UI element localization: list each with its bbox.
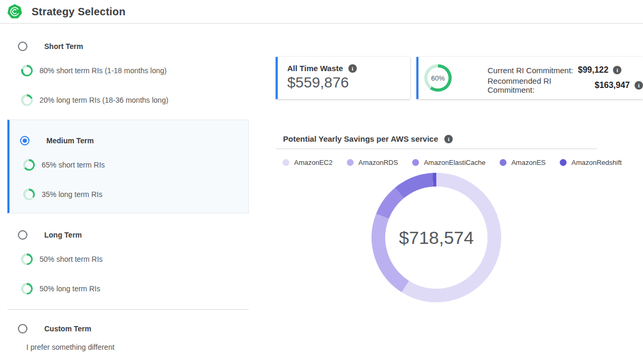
- info-icon[interactable]: i: [635, 81, 643, 90]
- allocation-row: 65% short term RIs: [23, 159, 105, 171]
- strategy-label: Medium Term: [37, 136, 94, 145]
- legend-label: AmazonElastiCache: [424, 159, 485, 166]
- allocation-label: 35% long term RIs: [42, 190, 102, 199]
- allocation-ring-icon: [23, 159, 35, 171]
- legend-label: AmazonEC2: [294, 159, 333, 166]
- allocation-ring-icon: [23, 189, 35, 200]
- legend-dot-icon: [560, 159, 567, 166]
- card-title: All Time Waste: [287, 64, 343, 73]
- allocation-row: 50% short term RIs: [21, 253, 103, 265]
- allocation-row: 35% long term RIs: [23, 189, 102, 200]
- legend-label: AmazonRedshift: [571, 159, 621, 166]
- legend-item-amazonredshift[interactable]: AmazonRedshift: [560, 159, 621, 166]
- legend-dot-icon: [282, 159, 289, 166]
- allocation-row: 50% long term RIs: [21, 283, 100, 294]
- page-title: Strategy Selection: [32, 0, 125, 24]
- cloudability-logo-icon: [7, 4, 22, 19]
- legend-label: AmazonRDS: [358, 159, 398, 166]
- allocation-label: 80% short term RIs (1-18 months long): [40, 66, 167, 75]
- allocation-row: 20% long term RIs (18-36 months long): [21, 94, 168, 106]
- current-commitment-value: $99,122: [578, 65, 609, 75]
- radio-medium-term[interactable]: [20, 136, 30, 145]
- current-commitment-row: Current RI Commitment: $99,122 i: [488, 65, 643, 75]
- all-time-waste-card: All Time Waste i $559,876: [276, 57, 410, 99]
- strategy-group-long-term: Long Term 50% short term RIs 50% long te…: [7, 225, 249, 309]
- legend-dot-icon: [412, 159, 419, 166]
- allocation-ring-icon: [21, 253, 33, 265]
- strategy-option-medium-term[interactable]: Medium Term: [20, 136, 94, 145]
- strategy-label: Custom Term: [35, 324, 91, 333]
- allocation-ring-icon: [21, 94, 33, 106]
- legend-dot-icon: [500, 159, 506, 166]
- info-icon[interactable]: i: [613, 66, 621, 74]
- donut-segment-AmazonRDS[interactable]: [371, 172, 502, 303]
- info-icon[interactable]: i: [444, 135, 453, 143]
- chart-divider: [276, 149, 597, 149]
- commitment-progress-label: 60%: [431, 74, 445, 82]
- chart-legend: AmazonEC2 AmazonRDS AmazonElastiCache Am…: [282, 159, 622, 166]
- allocation-label: 50% short term RIs: [40, 255, 103, 263]
- legend-label: AmazonES: [511, 159, 545, 166]
- radio-custom-term[interactable]: [18, 324, 27, 333]
- allocation-ring-icon: [21, 65, 33, 76]
- donut-segment-AmazonES[interactable]: [371, 172, 502, 303]
- allocation-label: 20% long term RIs (18-36 months long): [40, 96, 168, 104]
- custom-term-description: I prefer something different: [26, 343, 114, 351]
- strategy-group-short-term: Short Term 80% short term RIs (1-18 mont…: [7, 36, 249, 115]
- donut-segment-AmazonElastiCache[interactable]: [371, 172, 502, 303]
- info-icon[interactable]: i: [348, 64, 357, 73]
- commitment-progress-ring: 60%: [424, 64, 452, 92]
- legend-dot-icon: [347, 159, 354, 166]
- legend-item-amazones[interactable]: AmazonES: [500, 159, 545, 166]
- all-time-waste-value: $559,876: [287, 74, 410, 91]
- strategy-list: Short Term 80% short term RIs (1-18 mont…: [7, 24, 249, 364]
- radio-long-term[interactable]: [18, 230, 27, 240]
- allocation-label: 65% short term RIs: [42, 161, 105, 169]
- recommended-commitment-label: Recommended RI Commitment:: [488, 76, 590, 94]
- savings-donut-chart[interactable]: $718,574: [371, 172, 502, 303]
- strategy-option-long-term[interactable]: Long Term: [18, 230, 82, 240]
- allocation-ring-icon: [21, 283, 33, 294]
- app-header: Strategy Selection: [0, 0, 643, 24]
- legend-item-amazonrds[interactable]: AmazonRDS: [347, 159, 398, 166]
- chart-title: Potential Yearly Savings per AWS service: [283, 134, 438, 143]
- strategy-label: Long Term: [35, 231, 82, 239]
- strategy-group-custom-term: Custom Term I prefer something different: [7, 319, 249, 364]
- strategy-group-medium-term: Medium Term 65% short term RIs 35% long …: [7, 120, 249, 213]
- recommended-commitment-row: Recommended RI Commitment: $163,947 i: [488, 80, 643, 91]
- strategy-option-short-term[interactable]: Short Term: [18, 42, 83, 51]
- legend-item-amazonec2[interactable]: AmazonEC2: [282, 159, 333, 166]
- allocation-row: 80% short term RIs (1-18 months long): [21, 65, 167, 76]
- recommended-commitment-value: $163,947: [595, 81, 630, 90]
- allocation-label: 50% long term RIs: [40, 284, 100, 293]
- chart-title-row: Potential Yearly Savings per AWS service…: [283, 134, 453, 143]
- ri-commitment-card: 60% Current RI Commitment: $99,122 i Rec…: [416, 57, 643, 99]
- legend-item-amazonelasticache[interactable]: AmazonElastiCache: [412, 159, 485, 166]
- strategy-label: Short Term: [35, 42, 83, 51]
- radio-short-term[interactable]: [18, 42, 27, 51]
- current-commitment-label: Current RI Commitment:: [488, 66, 573, 75]
- strategy-option-custom-term[interactable]: Custom Term: [18, 324, 91, 333]
- section-divider: [7, 309, 249, 310]
